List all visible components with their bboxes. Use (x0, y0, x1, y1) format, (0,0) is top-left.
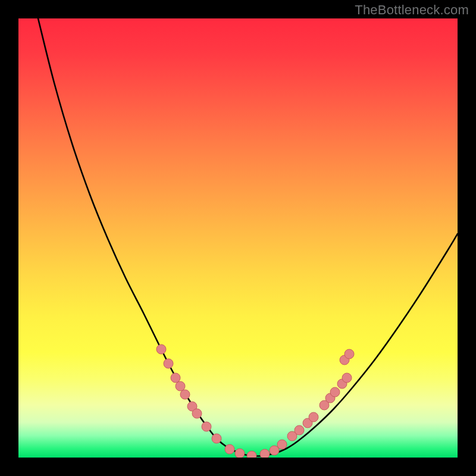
curve-marker (345, 349, 354, 359)
curve-marker (192, 409, 202, 418)
curve-marker (176, 381, 185, 391)
curve-marker (247, 451, 256, 458)
curve-marker (225, 444, 234, 454)
chart-stage: TheBottleneck.com (0, 0, 476, 476)
curve-marker (212, 434, 221, 443)
curve-marker (171, 373, 180, 383)
curve-markers (156, 345, 354, 458)
curve-marker (260, 449, 270, 458)
curve-marker (202, 422, 211, 431)
curve-marker (330, 387, 340, 397)
curve-marker (235, 449, 245, 458)
curve-marker (309, 412, 318, 422)
curve-marker (180, 390, 190, 399)
curve-marker (295, 425, 304, 435)
bottleneck-curve (38, 18, 458, 456)
curve-marker (164, 359, 173, 368)
curve-marker (277, 440, 287, 449)
chart-svg (18, 18, 458, 458)
curve-marker (342, 373, 352, 383)
curve-marker (156, 345, 166, 354)
curve-marker (270, 446, 279, 455)
watermark-text: TheBottleneck.com (355, 2, 469, 18)
plot-area (18, 18, 458, 458)
